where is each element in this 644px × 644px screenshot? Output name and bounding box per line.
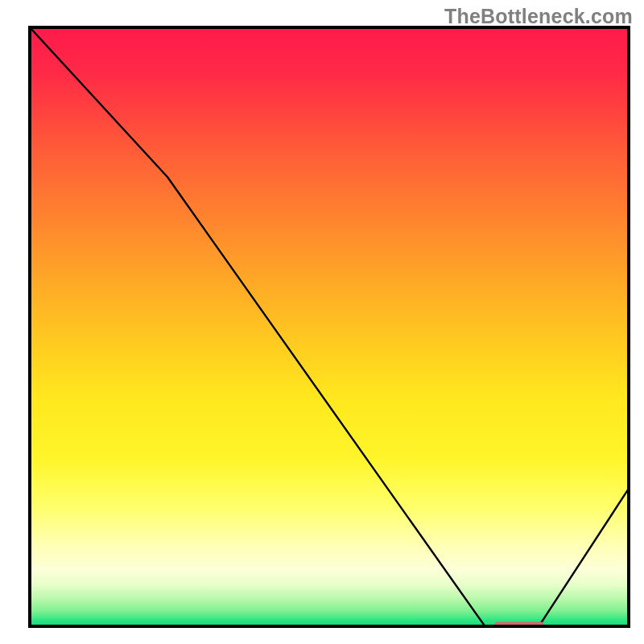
watermark-text: TheBottleneck.com	[444, 5, 633, 28]
bottleneck-chart	[0, 0, 644, 644]
chart-container: TheBottleneck.com	[0, 0, 644, 644]
plot-background	[30, 27, 629, 626]
